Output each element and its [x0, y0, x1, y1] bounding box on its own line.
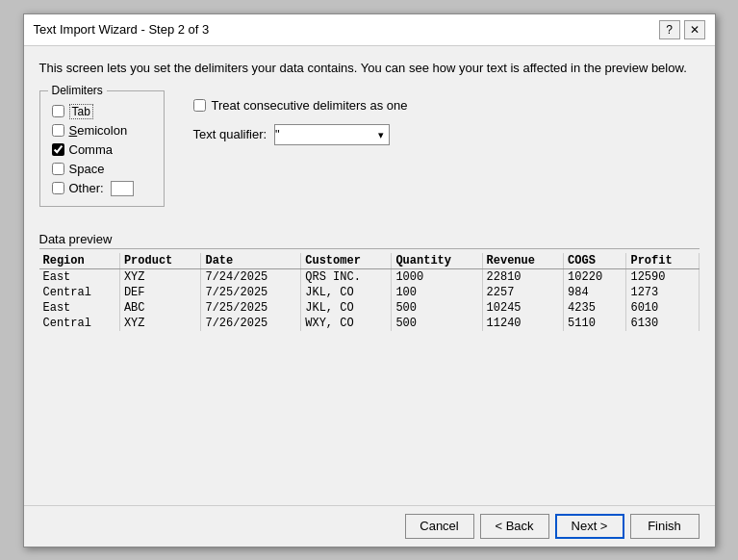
- table-cell: 500: [392, 316, 482, 331]
- other-label: Other:: [69, 181, 104, 195]
- comma-checkbox[interactable]: [52, 143, 64, 156]
- table-cell: WXY, CO: [301, 316, 392, 331]
- delimiters-legend: Delimiters: [48, 84, 107, 97]
- dialog-window: Text Import Wizard - Step 2 of 3 ? ✕ Thi…: [23, 13, 716, 547]
- table-cell: XYZ: [119, 316, 201, 331]
- preview-header-cell: Revenue: [482, 253, 564, 269]
- dialog-title: Text Import Wizard - Step 2 of 3: [34, 22, 210, 37]
- table-cell: 6130: [626, 316, 699, 331]
- table-cell: 4235: [564, 300, 626, 316]
- consecutive-label: Treat consecutive delimiters as one: [212, 98, 408, 113]
- table-cell: Central: [39, 316, 120, 331]
- title-bar-buttons: ? ✕: [659, 20, 705, 39]
- help-button[interactable]: ?: [659, 20, 680, 39]
- table-cell: 500: [392, 300, 482, 316]
- semicolon-checkbox-row: Semicolon: [52, 123, 152, 138]
- preview-table: RegionProductDateCustomerQuantityRevenue…: [39, 253, 700, 331]
- preview-header-cell: Region: [39, 253, 120, 269]
- table-cell: 12590: [626, 268, 699, 285]
- table-row: CentralXYZ7/26/2025WXY, CO50011240511061…: [39, 316, 700, 331]
- options-row: Delimiters Tab Semicolon Comma Space: [39, 90, 700, 207]
- consecutive-checkbox[interactable]: [193, 99, 206, 112]
- qualifier-label: Text qualifier:: [193, 127, 267, 141]
- semicolon-label: Semicolon: [69, 123, 128, 138]
- table-cell: 100: [392, 285, 482, 300]
- table-cell: 1000: [392, 268, 482, 285]
- other-checkbox-row: Other:: [52, 181, 152, 196]
- table-cell: 5110: [564, 316, 626, 331]
- table-cell: JKL, CO: [301, 300, 392, 316]
- tab-checkbox[interactable]: [52, 105, 64, 117]
- preview-inner[interactable]: RegionProductDateCustomerQuantityRevenue…: [39, 253, 700, 496]
- comma-label: Comma: [69, 142, 114, 157]
- table-row: CentralDEF7/25/2025JKL, CO10022579841273: [39, 285, 700, 300]
- dialog-body: This screen lets you set the delimiters …: [24, 46, 715, 505]
- close-button[interactable]: ✕: [684, 20, 705, 39]
- preview-header-cell: Quantity: [392, 253, 482, 269]
- table-cell: East: [39, 268, 120, 285]
- title-bar: Text Import Wizard - Step 2 of 3 ? ✕: [24, 14, 715, 46]
- data-preview-label: Data preview: [39, 232, 700, 249]
- table-cell: 1273: [626, 285, 699, 300]
- qualifier-select-wrapper: " ' {none}: [274, 124, 390, 145]
- table-cell: 7/26/2025: [201, 316, 301, 331]
- table-cell: DEF: [119, 285, 201, 300]
- table-cell: 11240: [482, 316, 564, 331]
- other-checkbox[interactable]: [52, 182, 64, 194]
- table-cell: 22810: [482, 268, 564, 285]
- table-cell: 10220: [564, 268, 626, 285]
- data-preview-section: Data preview RegionProductDateCustomerQu…: [39, 232, 700, 496]
- preview-header-cell: Profit: [626, 253, 699, 269]
- consecutive-row: Treat consecutive delimiters as one: [193, 98, 408, 113]
- finish-button[interactable]: Finish: [630, 514, 700, 539]
- table-cell: 7/25/2025: [201, 285, 301, 300]
- qualifier-select[interactable]: " ' {none}: [274, 124, 390, 145]
- back-button[interactable]: < Back: [480, 514, 549, 539]
- preview-header-cell: COGS: [564, 253, 626, 269]
- qualifier-row: Text qualifier: " ' {none}: [193, 124, 408, 145]
- preview-header-cell: Date: [201, 253, 301, 269]
- right-options: Treat consecutive delimiters as one Text…: [193, 90, 408, 207]
- table-row: EastXYZ7/24/2025QRS INC.1000228101022012…: [39, 268, 700, 285]
- table-cell: 7/25/2025: [201, 300, 301, 316]
- table-cell: Central: [39, 285, 120, 300]
- space-label: Space: [69, 162, 105, 176]
- preview-wrapper: RegionProductDateCustomerQuantityRevenue…: [39, 253, 700, 496]
- next-button[interactable]: Next >: [555, 514, 624, 539]
- table-cell: 7/24/2025: [201, 268, 301, 285]
- space-checkbox[interactable]: [52, 163, 64, 175]
- table-cell: 10245: [482, 300, 564, 316]
- semicolon-checkbox[interactable]: [52, 124, 64, 137]
- table-cell: East: [39, 300, 120, 316]
- table-cell: 6010: [626, 300, 699, 316]
- description-text: This screen lets you set the delimiters …: [39, 60, 700, 77]
- table-cell: JKL, CO: [301, 285, 392, 300]
- space-checkbox-row: Space: [52, 162, 152, 176]
- table-cell: 984: [564, 285, 626, 300]
- footer: Cancel < Back Next > Finish: [24, 505, 715, 547]
- table-cell: 2257: [482, 285, 564, 300]
- delimiters-group: Delimiters Tab Semicolon Comma Space: [39, 90, 165, 207]
- preview-header-cell: Product: [119, 253, 201, 269]
- other-input[interactable]: [111, 181, 134, 196]
- cancel-button[interactable]: Cancel: [405, 514, 474, 539]
- preview-header-cell: Customer: [301, 253, 392, 269]
- tab-checkbox-row: Tab: [52, 104, 152, 118]
- table-cell: ABC: [119, 300, 201, 316]
- table-cell: XYZ: [119, 268, 201, 285]
- comma-checkbox-row: Comma: [52, 142, 152, 157]
- table-row: EastABC7/25/2025JKL, CO5001024542356010: [39, 300, 700, 316]
- tab-label: Tab: [69, 104, 93, 118]
- table-cell: QRS INC.: [301, 268, 392, 285]
